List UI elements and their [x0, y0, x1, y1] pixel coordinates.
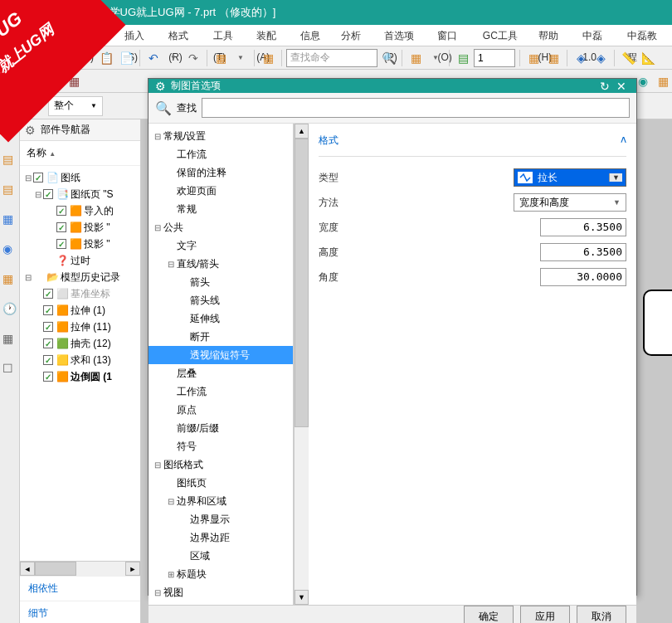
method-select[interactable]: 宽度和高度 ▼ [514, 193, 626, 212]
tree-node[interactable]: ✓🟧拉伸 (11) [20, 319, 140, 335]
lb1-icon[interactable]: ▤ [2, 153, 17, 168]
lb8-icon[interactable]: ☐ [2, 362, 17, 377]
dialog-tree-node[interactable]: 图纸页 [149, 474, 293, 492]
lb2-icon[interactable]: ▤ [2, 183, 17, 197]
dialog-tree-node[interactable]: 箭头 [149, 273, 293, 291]
tree-node[interactable]: ⊟📂模型历史记录 [20, 269, 140, 285]
lb4-icon[interactable]: ◉ [2, 242, 17, 257]
menu-item[interactable]: GC工具箱 [477, 25, 533, 46]
dialog-tree-node[interactable]: ⊟常规/设置 [149, 127, 293, 145]
dialog-tree-node[interactable]: 边界边距 [149, 528, 293, 547]
menu-item[interactable]: 装配(A) [251, 25, 295, 46]
cancel-button[interactable]: 取消 [577, 606, 626, 623]
menu-item[interactable]: 中磊教程 [621, 25, 672, 46]
dialog-tree-node[interactable]: 符号 [149, 437, 293, 455]
close-icon[interactable]: ✕ [613, 80, 630, 93]
width-input[interactable]: 6.3500 [540, 218, 626, 236]
menu-item[interactable]: 工具(T) [207, 25, 251, 46]
search-icon[interactable]: 🔍 [379, 49, 397, 67]
ruler2-icon[interactable]: 📐 [639, 49, 657, 67]
dialog-tree-node[interactable]: 欢迎页面 [149, 182, 293, 200]
menu-item[interactable]: 视图(V) [75, 25, 119, 46]
tool2-icon[interactable]: ▦ [259, 49, 277, 67]
tree-node[interactable]: ✓🟧投影 " [20, 219, 140, 236]
filter-dd-icon[interactable]: ▼ [27, 97, 45, 115]
dialog-tree-node[interactable]: 延伸线 [149, 309, 293, 328]
nav-section[interactable]: 细节 [20, 601, 140, 623]
filter-select[interactable]: 整个▼ [48, 96, 103, 116]
lb7-icon[interactable]: ▦ [2, 332, 17, 347]
dialog-tree-node[interactable]: ⊟边界和区域 [149, 492, 293, 510]
t2b-icon[interactable]: ◫ [25, 72, 43, 90]
tree-node[interactable]: ✓🟨求和 (13) [20, 352, 140, 368]
redo-icon[interactable]: ↷ [184, 49, 202, 67]
dialog-tree-node[interactable]: 工作流 [149, 145, 293, 163]
dialog-tree-node[interactable]: 断开 [149, 328, 293, 346]
menu-item[interactable]: 格式(R) [163, 25, 207, 46]
nav-hscroll[interactable]: ◄ ► [20, 561, 140, 576]
dialog-tree-node[interactable]: 前缀/后缀 [149, 419, 293, 437]
menu-item[interactable]: 信息(I) [295, 25, 335, 46]
dialog-tree-node[interactable]: ⊟图纸格式 [149, 455, 293, 474]
menu-item[interactable]: 窗口(O) [431, 25, 476, 46]
tool3-icon[interactable]: ◈ [572, 49, 590, 67]
box1-icon[interactable]: ▦ [524, 49, 543, 67]
tree-node[interactable]: ✓🟧边倒圆 (1 [20, 368, 140, 385]
layer-spin[interactable]: 1 [474, 49, 515, 67]
height-input[interactable]: 6.3500 [540, 243, 626, 261]
collapse-icon[interactable]: ʌ [621, 134, 626, 148]
menu-item[interactable]: 插入(S) [119, 25, 163, 46]
dialog-tree-node[interactable]: 工作流 [149, 382, 293, 401]
dialog-tree-node[interactable]: 区域 [149, 547, 293, 565]
dialog-tree-node[interactable]: 文字 [149, 236, 293, 255]
dd-icon[interactable]: ▼ [231, 49, 250, 67]
t2r3-icon[interactable]: ▦ [654, 72, 672, 90]
command-search[interactable]: 查找命令 [286, 49, 377, 67]
tree-node[interactable]: ❓过时 [20, 252, 140, 269]
ruler-icon[interactable]: 📏 [619, 49, 637, 67]
type-select[interactable]: 拉长 ▼ [514, 168, 626, 187]
paste-icon[interactable]: 📄 [117, 49, 135, 67]
tree-node[interactable]: ✓🟩抽壳 (12) [20, 335, 140, 352]
dialog-tree-node[interactable]: ⊟直线/箭头 [149, 255, 293, 273]
nav-section[interactable]: 相依性 [20, 576, 140, 601]
tree-node[interactable]: ⊟✓📄图纸 [20, 169, 140, 186]
gear-icon[interactable]: ⚙ [25, 124, 36, 137]
scroll-down-icon[interactable]: ▼ [295, 590, 309, 605]
dialog-vscroll[interactable]: ▲ ▼ [294, 124, 309, 605]
layer-icon[interactable]: ▤ [454, 49, 472, 67]
tree-node[interactable]: ✓🟧拉伸 (1) [20, 302, 140, 319]
angle-input[interactable]: 30.0000 [540, 268, 626, 286]
menu-item[interactable]: 帮助(H) [533, 25, 577, 46]
dialog-tree-node[interactable]: ⊟公共 [149, 218, 293, 236]
dialog-tree-node[interactable]: 原点 [149, 401, 293, 419]
dialog-tree-node[interactable]: 常规 [149, 200, 293, 218]
dialog-tree-node[interactable]: 保留的注释 [149, 163, 293, 182]
dialog-tree-node[interactable]: ⊞标题块 [149, 565, 293, 583]
ok-button[interactable]: 确定 [464, 606, 514, 623]
tree-node[interactable]: ✓🟧投影 " [20, 236, 140, 252]
cut-icon[interactable]: ✂ [77, 49, 95, 67]
find-input[interactable] [202, 98, 630, 118]
scroll-right-icon[interactable]: ► [125, 562, 140, 576]
dialog-tree-node[interactable]: 箭头线 [149, 291, 293, 309]
grid-icon[interactable]: ▦ [407, 49, 425, 67]
dialog-tree-node[interactable]: 边界显示 [149, 510, 293, 528]
undo-icon[interactable]: ↶ [144, 49, 163, 67]
restore-icon[interactable]: ↻ [597, 80, 613, 93]
save-icon[interactable]: 💾 [50, 49, 68, 67]
dialog-tree-node[interactable]: 透视缩短符号 [149, 346, 293, 364]
tool-icon[interactable]: ▦ [212, 49, 230, 67]
menu-icon[interactable]: ▤ [5, 97, 23, 115]
tool4-icon[interactable]: ◈ [592, 49, 610, 67]
lb3-icon[interactable]: ▦ [2, 212, 17, 227]
scroll-left-icon[interactable]: ◄ [20, 562, 35, 576]
lb5-icon[interactable]: ▦ [2, 272, 17, 287]
box2-icon[interactable]: ▦ [544, 49, 562, 67]
undo-dd-icon[interactable]: ▼ [164, 49, 183, 67]
dialog-tree-node[interactable]: 层叠 [149, 364, 293, 382]
tree-node[interactable]: ✓⬜基准坐标 [20, 285, 140, 302]
t2a-icon[interactable]: ◫ [5, 72, 23, 90]
menu-item[interactable]: 首选项(P) [378, 25, 432, 46]
tree-node[interactable]: ✓🟧导入的 [20, 202, 140, 219]
